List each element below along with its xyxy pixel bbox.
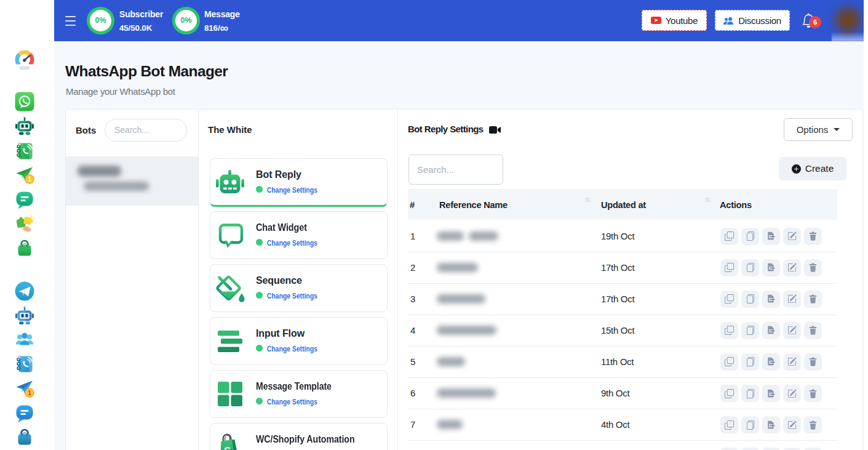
svg-text:1: 1 <box>28 176 31 183</box>
svg-text:1: 1 <box>28 390 31 396</box>
svg-text:S: S <box>223 445 231 450</box>
